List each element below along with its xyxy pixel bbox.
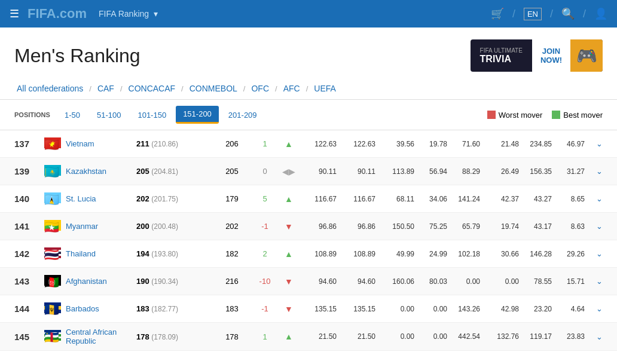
stat1-cell: 122.63 bbox=[298, 140, 337, 148]
arrow-up-icon: ▲ bbox=[285, 139, 293, 149]
arrow-cell: ▼ bbox=[280, 277, 298, 286]
country-name[interactable]: Barbados bbox=[66, 304, 136, 313]
pos-51-100[interactable]: 51-100 bbox=[90, 107, 128, 123]
cart-icon[interactable]: 🛒 bbox=[491, 7, 504, 20]
points-sub: (204.81) bbox=[151, 167, 178, 176]
flag-cell: 🇻🇳 bbox=[44, 137, 66, 151]
points-sub: (182.77) bbox=[151, 305, 178, 313]
promo-avatar: 🎮 bbox=[570, 39, 603, 72]
stat3-cell: 160.06 bbox=[375, 277, 414, 286]
stat3-cell: 0.00 bbox=[375, 305, 414, 313]
pos-101-150[interactable]: 101-150 bbox=[130, 107, 173, 123]
table-row: 140 🇱🇨 St. Lucia 202 (201.75) 179 5 ▲ 11… bbox=[0, 185, 617, 213]
arrow-cell: ▲ bbox=[280, 249, 298, 259]
diff-cell: 1 bbox=[250, 139, 280, 148]
user-icon[interactable]: 👤 bbox=[594, 7, 607, 20]
prev-rank-cell: 183 bbox=[214, 304, 250, 313]
points-main: 183 bbox=[136, 304, 149, 313]
stat7-cell: 146.28 bbox=[519, 250, 552, 258]
stat4-cell: 19.78 bbox=[414, 140, 447, 148]
confederation-nav: All confederations / CAF / CONCACAF / CO… bbox=[0, 78, 617, 100]
stat2-cell: 116.67 bbox=[337, 195, 375, 203]
table-row: 137 🇻🇳 Vietnam 211 (210.86) 206 1 ▲ 122.… bbox=[0, 130, 617, 158]
expand-chevron[interactable]: ⌄ bbox=[585, 249, 603, 258]
arrow-cell: ▼ bbox=[280, 222, 298, 231]
flag-cell: 🇦🇫 bbox=[44, 275, 66, 288]
diff-cell: -1 bbox=[250, 222, 280, 231]
conf-conmebol[interactable]: CONMEBOL bbox=[187, 78, 240, 99]
stat4-cell: 75.25 bbox=[414, 222, 447, 231]
conf-concacaf[interactable]: CONCACAF bbox=[126, 78, 178, 99]
stat4-cell: 0.00 bbox=[414, 332, 447, 341]
table-row: 143 🇦🇫 Afghanistan 190 (190.34) 216 -10 … bbox=[0, 268, 617, 295]
legend: Worst mover Best mover bbox=[487, 111, 603, 120]
stat2-cell: 122.63 bbox=[337, 140, 375, 148]
stat6-cell: 42.98 bbox=[480, 305, 519, 313]
points-cell: 200 (200.48) bbox=[136, 222, 214, 231]
stat3-cell: 39.56 bbox=[375, 140, 414, 148]
country-name[interactable]: St. Lucia bbox=[66, 194, 136, 203]
points-sub: (190.34) bbox=[151, 277, 178, 286]
points-cell: 190 (190.34) bbox=[136, 277, 214, 286]
stat4-cell: 24.99 bbox=[414, 250, 447, 258]
promo-banner[interactable]: FIFA ULTIMATE TRIVIA JOINNOW! 🎮 bbox=[471, 39, 603, 72]
expand-chevron[interactable]: ⌄ bbox=[585, 139, 603, 148]
stat8-cell: 4.64 bbox=[552, 305, 585, 313]
country-name[interactable]: Vietnam bbox=[66, 139, 136, 148]
arrow-up-icon: ▲ bbox=[285, 332, 293, 341]
rank-cell: 140 bbox=[14, 194, 44, 204]
points-sub: (210.86) bbox=[151, 140, 178, 148]
stat7-cell: 43.17 bbox=[519, 222, 552, 231]
stat4-cell: 0.00 bbox=[414, 305, 447, 313]
stat2-cell: 21.50 bbox=[337, 332, 375, 341]
stat7-cell: 78.55 bbox=[519, 277, 552, 286]
rank-cell: 143 bbox=[14, 276, 44, 286]
arrow-down-icon: ▼ bbox=[285, 277, 293, 286]
stat6-cell: 132.76 bbox=[480, 332, 519, 341]
positions-nav: POSITIONS 1-50 51-100 101-150 151-200 20… bbox=[0, 100, 617, 130]
menu-icon[interactable]: ☰ bbox=[10, 7, 19, 20]
country-flag: 🇹🇭 bbox=[44, 247, 61, 258]
conf-all[interactable]: All confederations bbox=[14, 78, 85, 99]
header: ☰ FIFA.com FIFA Ranking ▾ 🛒 / EN / 🔍 / 👤 bbox=[0, 0, 617, 27]
expand-chevron[interactable]: ⌄ bbox=[585, 167, 603, 176]
expand-chevron[interactable]: ⌄ bbox=[585, 222, 603, 231]
table-row: 145 🇨🇫 Central African Republic 178 (178… bbox=[0, 323, 617, 351]
prev-rank-cell: 178 bbox=[214, 332, 250, 341]
stat8-cell: 29.26 bbox=[552, 250, 585, 258]
worst-mover-icon bbox=[487, 111, 496, 119]
header-nav[interactable]: FIFA Ranking ▾ bbox=[99, 9, 158, 19]
country-name[interactable]: Kazakhstan bbox=[66, 167, 136, 176]
stat1-cell: 96.86 bbox=[298, 222, 337, 231]
site-logo[interactable]: FIFA.com bbox=[28, 6, 87, 22]
conf-ofc[interactable]: OFC bbox=[249, 78, 271, 99]
table-row: 144 🇧🇧 Barbados 183 (182.77) 183 -1 ▼ 13… bbox=[0, 295, 617, 323]
stat4-cell: 56.94 bbox=[414, 167, 447, 176]
expand-chevron[interactable]: ⌄ bbox=[585, 277, 603, 286]
expand-chevron[interactable]: ⌄ bbox=[585, 304, 603, 313]
search-icon[interactable]: 🔍 bbox=[561, 7, 575, 20]
pos-1-50[interactable]: 1-50 bbox=[57, 107, 87, 123]
expand-chevron[interactable]: ⌄ bbox=[585, 332, 603, 341]
stat2-cell: 96.86 bbox=[337, 222, 375, 231]
prev-rank-cell: 205 bbox=[214, 167, 250, 176]
stat1-cell: 135.15 bbox=[298, 305, 337, 313]
conf-caf[interactable]: CAF bbox=[95, 78, 117, 99]
rank-cell: 144 bbox=[14, 304, 44, 314]
country-name[interactable]: Afghanistan bbox=[66, 277, 136, 286]
points-cell: 194 (193.80) bbox=[136, 249, 214, 258]
points-sub: (201.75) bbox=[151, 195, 178, 203]
pos-201-209[interactable]: 201-209 bbox=[221, 107, 264, 123]
expand-chevron[interactable]: ⌄ bbox=[585, 194, 603, 203]
country-name[interactable]: Central African Republic bbox=[66, 328, 136, 345]
country-name[interactable]: Thailand bbox=[66, 249, 136, 258]
language-icon[interactable]: EN bbox=[524, 8, 542, 20]
stat2-cell: 108.89 bbox=[337, 250, 375, 258]
pos-151-200[interactable]: 151-200 bbox=[176, 106, 219, 124]
country-name[interactable]: Myanmar bbox=[66, 222, 136, 231]
promo-join-button[interactable]: JOINNOW! bbox=[532, 39, 570, 72]
conf-afc[interactable]: AFC bbox=[281, 78, 303, 99]
conf-uefa[interactable]: UEFA bbox=[311, 78, 338, 99]
arrow-neutral-icon: ◀▶ bbox=[282, 167, 295, 176]
stat3-cell: 113.89 bbox=[375, 167, 414, 176]
